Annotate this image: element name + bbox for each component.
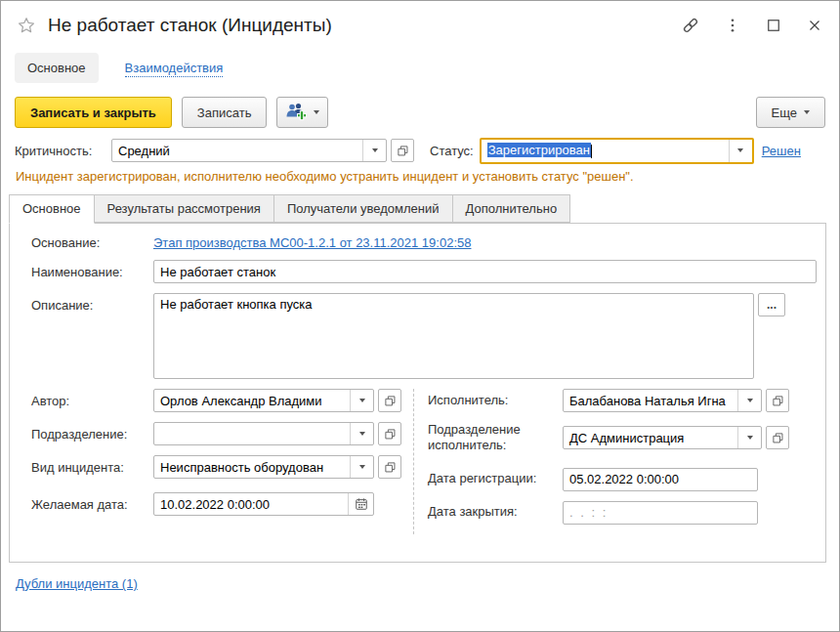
department-label: Подразделение: [31, 427, 153, 442]
more-menu-icon[interactable] [724, 17, 741, 34]
chevron-down-icon[interactable] [729, 140, 752, 162]
desired-date-input[interactable]: 10.02.2022 0:00:00 [153, 492, 374, 516]
executor-label: Исполнитель: [428, 393, 563, 408]
criticality-label: Критичность: [15, 144, 111, 158]
tab-main-label: Основное [22, 201, 81, 216]
basis-link[interactable]: Этап производства МС00-1.2.1 от 23.11.20… [153, 235, 471, 250]
description-row: Описание: Не работает кнопка пуска ... [31, 293, 817, 379]
tab-main[interactable]: Основное [9, 194, 95, 224]
save-and-close-label: Записать и закрыть [30, 105, 156, 120]
calendar-icon[interactable] [348, 493, 373, 515]
chevron-down-icon [804, 110, 810, 114]
executor-department-label: Подразделение исполнитель: [428, 422, 563, 454]
status-value-selected: Зарегистрирован [487, 143, 591, 157]
chevron-down-icon[interactable] [350, 390, 373, 411]
main-panel: Основание: Этап производства МС00-1.2.1 … [9, 223, 826, 563]
registration-date-value: 05.02.2022 0:00:00 [569, 472, 679, 486]
desired-date-label: Желаемая дата: [31, 497, 153, 512]
name-label: Наименование: [31, 265, 153, 279]
closing-date-value: . . : : [569, 505, 608, 520]
executor-department-row: Подразделение исполнитель: ДС Администра… [428, 422, 817, 454]
criticality-select[interactable]: Средний [111, 139, 387, 162]
command-bar: Записать и закрыть Записать Еще [1, 85, 839, 136]
chevron-down-icon[interactable] [350, 456, 373, 478]
save-and-close-button[interactable]: Записать и закрыть [15, 97, 172, 128]
nav-tab-main[interactable]: Основное [15, 53, 99, 83]
tab-review-results-label: Результаты рассмотрения [107, 201, 261, 216]
form-tabs: Основное Результаты рассмотрения Получат… [9, 194, 839, 223]
footer: Дубли инцидента (1) [1, 563, 839, 605]
executor-row: Исполнитель: Балабанова Наталья Игна [428, 389, 817, 412]
two-column-area: Автор: Орлов Александр Владими Подраздел… [31, 389, 817, 534]
nav-tab-interactions[interactable]: Взаимодействия [112, 53, 236, 83]
incident-duplicates-link[interactable]: Дубли инцидента (1) [16, 576, 138, 591]
incident-type-open-button[interactable] [378, 455, 401, 479]
executor-value: Балабанова Наталья Игна [564, 394, 737, 408]
more-actions-label: Еще [772, 105, 797, 120]
tab-notification-recipients[interactable]: Получатели уведомлений [273, 194, 453, 223]
chevron-down-icon[interactable] [350, 423, 373, 444]
author-label: Автор: [31, 394, 153, 408]
left-column: Автор: Орлов Александр Владими Подраздел… [31, 389, 414, 534]
incident-type-label: Вид инцидента: [31, 460, 153, 475]
description-textarea[interactable]: Не работает кнопка пуска [153, 293, 754, 379]
registration-date-input[interactable]: 05.02.2022 0:00:00 [563, 468, 758, 491]
status-row: Критичность: Средний Статус: Зарегистрир… [1, 136, 839, 165]
status-select[interactable]: Зарегистрирован [480, 138, 754, 164]
right-column: Исполнитель: Балабанова Наталья Игна Под… [414, 389, 817, 534]
incident-type-row: Вид инцидента: Неисправность оборудован [31, 455, 413, 479]
tab-additional-label: Дополнительно [466, 201, 558, 216]
criticality-open-button[interactable] [391, 139, 414, 162]
favorite-star-icon[interactable] [17, 16, 36, 35]
incident-type-select[interactable]: Неисправность оборудован [153, 455, 374, 479]
copy-link-icon[interactable] [681, 16, 700, 35]
chevron-down-icon [314, 110, 319, 114]
title-bar: Не работает станок (Инциденты) [1, 1, 839, 50]
executor-select[interactable]: Балабанова Наталья Игна [563, 389, 762, 412]
criticality-value: Средний [112, 144, 362, 158]
registration-date-row: Дата регистрации: 05.02.2022 0:00:00 [428, 468, 817, 491]
name-row: Наименование: [31, 260, 817, 283]
closing-date-input[interactable]: . . : : [563, 501, 758, 525]
department-open-button[interactable] [378, 422, 401, 445]
desired-date-value: 10.02.2022 0:00:00 [154, 497, 348, 512]
nav-tabs: Основное Взаимодействия [1, 50, 839, 85]
assign-users-button[interactable] [276, 97, 328, 128]
status-label: Статус: [430, 144, 474, 158]
name-input[interactable] [153, 260, 817, 283]
chevron-down-icon[interactable] [737, 427, 761, 448]
chevron-down-icon[interactable] [737, 390, 761, 411]
executor-department-open-button[interactable] [766, 426, 789, 449]
tab-additional[interactable]: Дополнительно [452, 194, 571, 223]
incident-type-value: Неисправность оборудован [154, 460, 350, 475]
closing-date-row: Дата закрытия: . . : : [428, 501, 817, 525]
basis-row: Основание: Этап производства МС00-1.2.1 … [31, 235, 817, 250]
maximize-icon[interactable] [765, 17, 782, 34]
department-row: Подразделение: [31, 422, 413, 445]
tab-review-results[interactable]: Результаты рассмотрения [94, 194, 274, 223]
author-select[interactable]: Орлов Александр Владими [153, 389, 374, 412]
description-label: Описание: [31, 293, 153, 313]
tab-notification-recipients-label: Получатели уведомлений [287, 201, 440, 216]
desired-date-row: Желаемая дата: 10.02.2022 0:00:00 [31, 492, 413, 516]
description-expand-button[interactable]: ... [758, 293, 785, 316]
more-actions-button[interactable]: Еще [756, 97, 825, 128]
page-title: Не работает станок (Инциденты) [48, 15, 332, 36]
executor-department-select[interactable]: ДС Администрация [563, 426, 762, 449]
chevron-down-icon[interactable] [362, 140, 386, 161]
closing-date-label: Дата закрытия: [428, 504, 563, 520]
save-label: Записать [197, 105, 252, 120]
resolve-status-link[interactable]: Решен [762, 144, 801, 158]
department-select[interactable] [153, 422, 374, 445]
author-row: Автор: Орлов Александр Владими [31, 389, 413, 412]
author-open-button[interactable] [378, 389, 401, 412]
basis-label: Основание: [31, 235, 153, 250]
registration-date-label: Дата регистрации: [428, 471, 563, 486]
nav-tab-interactions-label: Взаимодействия [125, 61, 224, 77]
close-icon[interactable] [806, 17, 823, 34]
text-caret [591, 145, 592, 158]
save-button[interactable]: Записать [182, 97, 268, 128]
users-add-icon [285, 102, 307, 124]
executor-open-button[interactable] [766, 389, 789, 412]
nav-tab-main-label: Основное [27, 61, 86, 75]
